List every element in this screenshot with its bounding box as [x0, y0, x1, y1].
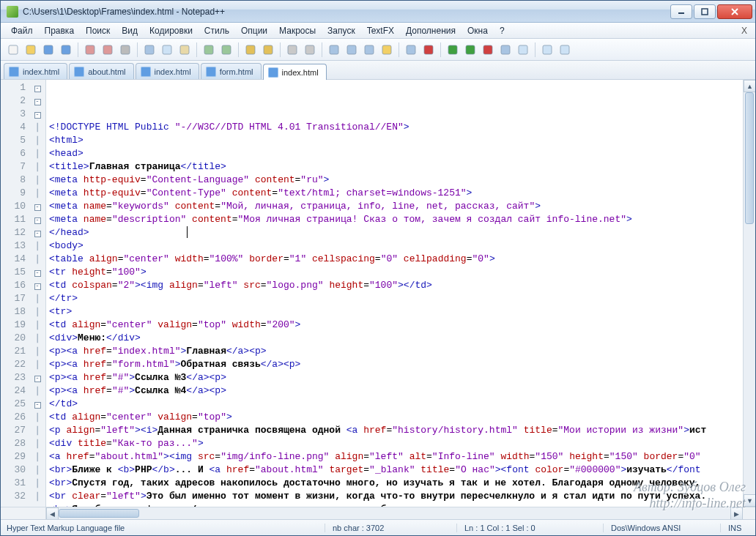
fold-indicator[interactable]: -	[30, 108, 45, 121]
cut-icon[interactable]	[141, 42, 158, 58]
copy-icon[interactable]	[159, 42, 175, 58]
menu-item-правка[interactable]: Правка	[39, 24, 81, 37]
wrap-icon[interactable]	[326, 42, 342, 58]
fold-indicator[interactable]: │	[30, 411, 45, 424]
panel-2-icon[interactable]	[539, 42, 555, 58]
fold-indicator[interactable]: │	[30, 187, 45, 200]
code-line[interactable]: <br clear="left">Это был именно тот моме…	[49, 490, 743, 503]
code-line[interactable]: <p align="left"><i>Данная страничка посв…	[49, 424, 743, 437]
folder-icon[interactable]	[379, 42, 395, 58]
fold-indicator[interactable]: │	[30, 292, 45, 305]
menubar[interactable]: ФайлПравкаПоискВидКодировкиСтильОпцииМак…	[1, 23, 755, 39]
menu-item-дополнения[interactable]: Дополнения	[400, 24, 462, 37]
document-tab-3[interactable]: form.html	[201, 63, 262, 79]
titlebar[interactable]: C:\Users\1\Desktop\Frames\index.html - N…	[1, 1, 755, 23]
print-icon[interactable]	[117, 42, 133, 58]
fold-indicator[interactable]: │	[30, 319, 45, 332]
code-line[interactable]: <!DOCTYPE HTML Public "-//W3C//DTD HTML …	[49, 121, 743, 134]
new-file-icon[interactable]	[5, 42, 21, 58]
fold-indicator[interactable]: -	[30, 279, 45, 292]
menu-item-стиль[interactable]: Стиль	[199, 24, 235, 37]
code-line[interactable]: </td>	[49, 398, 743, 411]
menu-item-вид[interactable]: Вид	[116, 24, 144, 37]
fold-indicator[interactable]: -	[30, 226, 45, 239]
fold-indicator[interactable]: │	[30, 424, 45, 437]
fold-indicator[interactable]: -	[30, 398, 45, 411]
code-line[interactable]: <td align="center" valign="top" width="2…	[49, 319, 743, 332]
code-line[interactable]: <meta http-equiv="Content-Type" content=…	[49, 187, 743, 200]
scroll-thumb-v[interactable]	[745, 92, 754, 224]
fold-indicator[interactable]: │	[30, 134, 45, 147]
code-line[interactable]: <table align="center" width="100%" borde…	[49, 253, 743, 266]
fold-indicator[interactable]: │	[30, 490, 45, 503]
fold-indicator[interactable]: -	[30, 266, 45, 279]
fold-indicator[interactable]: │	[30, 464, 45, 477]
stop-icon[interactable]	[480, 42, 496, 58]
code-line[interactable]: <meta http-equiv="Content-Language" cont…	[49, 174, 743, 187]
fold-indicator[interactable]: │	[30, 305, 45, 319]
fold-indicator[interactable]: │	[30, 358, 45, 371]
record-macro-icon[interactable]	[420, 42, 437, 58]
fold-indicator[interactable]: -	[30, 94, 45, 108]
code-line[interactable]: <p><a href="index.html">Главная</a><p>	[49, 345, 743, 358]
code-line[interactable]: </tr>	[49, 292, 743, 305]
find-icon[interactable]	[242, 42, 259, 58]
menu-item-окна[interactable]: Окна	[462, 24, 494, 37]
fold-indicator[interactable]: │	[30, 174, 45, 187]
menu-item-поиск[interactable]: Поиск	[80, 24, 116, 37]
menubar-close-icon[interactable]: X	[738, 26, 751, 36]
document-tab-1[interactable]: about.html	[69, 63, 133, 79]
menu-item-?[interactable]: ?	[494, 24, 511, 37]
scroll-track-v[interactable]	[744, 92, 755, 494]
scrollbar-horizontal[interactable]: ◀ ▶	[1, 507, 755, 519]
scroll-right-icon[interactable]: ▶	[730, 507, 743, 520]
scroll-thumb-h[interactable]	[59, 509, 139, 518]
toggle-icon[interactable]	[403, 42, 419, 58]
menu-item-запуск[interactable]: Запуск	[322, 24, 361, 37]
close-button[interactable]	[717, 4, 752, 19]
fold-indicator[interactable]: │	[30, 384, 45, 398]
save-all-icon[interactable]	[58, 42, 74, 58]
code-line[interactable]: <div>Меню:</div>	[49, 332, 743, 345]
code-line[interactable]: <a href="about.html"><img src="img/info-…	[49, 450, 743, 464]
fold-indicator[interactable]: │	[30, 253, 45, 266]
fold-indicator[interactable]: │	[30, 450, 45, 464]
code-line[interactable]: <body>	[49, 239, 743, 253]
menu-item-кодировки[interactable]: Кодировки	[144, 24, 199, 37]
document-tab-2[interactable]: index.html	[136, 63, 199, 79]
panel-1-icon[interactable]	[515, 42, 531, 58]
show-all-icon[interactable]	[344, 42, 360, 58]
panel-3-icon[interactable]	[557, 42, 573, 58]
fold-indicator[interactable]: │	[30, 345, 45, 358]
save-icon[interactable]	[40, 42, 56, 58]
zoom-out-icon[interactable]	[302, 42, 318, 58]
fold-indicator[interactable]: │	[30, 239, 45, 253]
code-line[interactable]: <div title="Как-то раз...">	[49, 437, 743, 450]
code-line[interactable]: <td colspan="2"><img align="left" src="l…	[49, 279, 743, 292]
code-line[interactable]: <html>	[49, 134, 743, 147]
menu-item-опции[interactable]: Опции	[235, 24, 273, 37]
maximize-button[interactable]	[694, 4, 716, 19]
fold-indicator[interactable]: -	[30, 81, 45, 94]
playlist-icon[interactable]	[497, 42, 514, 58]
toolbar[interactable]	[1, 39, 755, 61]
close-icon[interactable]	[82, 42, 98, 58]
undo-icon[interactable]	[201, 42, 217, 58]
code-line[interactable]: <tr>	[49, 305, 743, 319]
fast-forward-icon[interactable]	[462, 42, 478, 58]
paste-icon[interactable]	[177, 42, 193, 58]
menu-item-макросы[interactable]: Макросы	[273, 24, 322, 37]
menu-item-textfx[interactable]: TextFX	[361, 24, 400, 37]
fold-indicator[interactable]: -	[30, 371, 45, 384]
code-line[interactable]: <tr height="100">	[49, 266, 743, 279]
code-line[interactable]: <p><a href="#">Ссылка №3</a><p>	[49, 371, 743, 384]
code-line[interactable]: <br>Ближе к <b>PHP</b>... И <a href="abo…	[49, 464, 743, 477]
zoom-in-icon[interactable]	[284, 42, 300, 58]
close-all-icon[interactable]	[100, 42, 116, 58]
code-area[interactable]: <!DOCTYPE HTML Public "-//W3C//DTD HTML …	[46, 80, 743, 507]
code-line[interactable]: <head>	[49, 147, 743, 160]
document-tab-0[interactable]: index.html	[4, 63, 67, 79]
open-file-icon[interactable]	[23, 42, 39, 58]
minimize-button[interactable]	[670, 4, 692, 19]
document-tab-4[interactable]: index.html	[263, 64, 327, 80]
